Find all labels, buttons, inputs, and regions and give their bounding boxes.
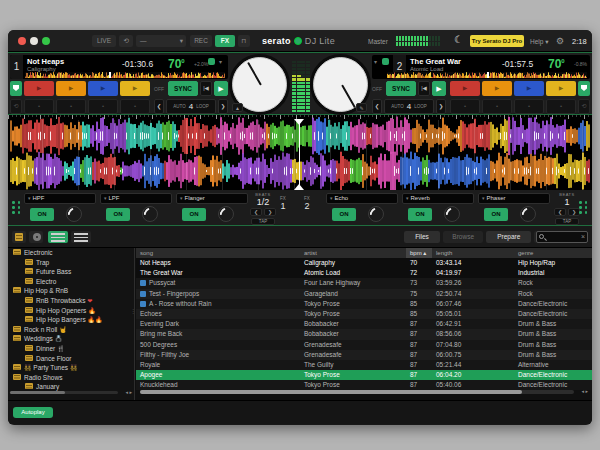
- fx2-effect-select-1[interactable]: ▾Echo: [326, 193, 398, 204]
- deck1-skip-to-start-button[interactable]: |◀: [200, 81, 212, 96]
- table-row[interactable]: KnuckleheadTokyo Prose8705:40.06Dance/El…: [136, 380, 592, 390]
- fx1-depth-knob-1[interactable]: [66, 206, 82, 222]
- table-row[interactable]: 500 DegreesGrenadesafe8707:04.80Drum & B…: [136, 340, 592, 350]
- deck2-hotcue-pad-2[interactable]: ▶: [482, 81, 512, 96]
- deck1-hotcue-pad-1[interactable]: ▶: [24, 81, 54, 96]
- deck2-options-caret[interactable]: ▾: [374, 58, 377, 65]
- window-zoom-button[interactable]: [42, 37, 50, 45]
- list-view-button[interactable]: [48, 231, 68, 243]
- deck1-keylock-badge[interactable]: [208, 58, 215, 65]
- crate-dinner-[interactable]: Dinner 🍴: [8, 344, 134, 354]
- deck2-empty-cue-slot-2[interactable]: •: [482, 99, 512, 114]
- try-serato-dj-pro-button[interactable]: Try Serato DJ Pro: [470, 35, 524, 47]
- fx-panel-button[interactable]: FX: [215, 35, 235, 47]
- fx1-effect-select-1[interactable]: ▾HPF: [24, 193, 96, 204]
- fx2-tap-button[interactable]: TAP: [555, 218, 579, 225]
- disc-view-icon[interactable]: [29, 231, 43, 243]
- help-menu[interactable]: Help ▾: [530, 38, 548, 46]
- fx2-on-button-1[interactable]: ON: [332, 208, 356, 221]
- crate-trap[interactable]: Trap: [8, 258, 134, 268]
- table-scroll-arrows[interactable]: ◂ ▸: [582, 388, 588, 394]
- deck2-play-button[interactable]: ▶: [432, 81, 446, 96]
- deck2-beatgrid-edit-button[interactable]: ✎: [356, 103, 367, 112]
- deck1-eject-button[interactable]: ▲: [232, 103, 243, 112]
- fx1-on-button-3[interactable]: ON: [182, 208, 206, 221]
- fx2-beats-down[interactable]: ❮: [554, 208, 566, 216]
- deck1-hotcue-pad-3[interactable]: ▶: [88, 81, 118, 96]
- deck2-hotcue-pad-3[interactable]: ▶: [514, 81, 544, 96]
- fx2-effect-select-3[interactable]: ▾Phaser: [478, 193, 550, 204]
- deck2-cue-pad[interactable]: [578, 81, 590, 96]
- deck1-cue-pad[interactable]: [10, 81, 22, 96]
- crate-electro[interactable]: Electro: [8, 277, 134, 287]
- deck1-empty-cue-slot-1[interactable]: •: [24, 99, 54, 114]
- deck1-empty-cue-slot-2[interactable]: •: [56, 99, 86, 114]
- table-row[interactable]: Filthy - Filthy JoeGrenadesafe8706:00.75…: [136, 350, 592, 360]
- table-row[interactable]: A - Rose without RainTokyo Prose8506:07.…: [136, 299, 592, 309]
- crate-electronic[interactable]: Electronic: [8, 248, 134, 258]
- window-minimize-button[interactable]: [30, 37, 38, 45]
- deck1-play-button[interactable]: ▶: [214, 81, 228, 96]
- fx1-on-button-2[interactable]: ON: [106, 208, 130, 221]
- panel-button-browse[interactable]: Browse: [443, 231, 483, 243]
- deck2-keylock-badge[interactable]: [382, 58, 389, 65]
- settings-gear-icon[interactable]: ⚙: [556, 36, 564, 46]
- panel-toggle-icon[interactable]: ⊓: [238, 35, 250, 47]
- deck2-loop-half-button[interactable]: ❮: [372, 99, 382, 114]
- window-close-button[interactable]: [18, 37, 26, 45]
- fx1-grip-icon[interactable]: [12, 201, 21, 214]
- column-header-artist[interactable]: artist: [300, 248, 406, 258]
- deck2-sync-button[interactable]: SYNC: [386, 81, 416, 96]
- column-header-genre[interactable]: genre: [514, 248, 592, 258]
- search-clear-icon[interactable]: ×: [581, 233, 585, 240]
- fx1-depth-knob-3[interactable]: [218, 206, 234, 222]
- deck2-loop-double-button[interactable]: ❯: [436, 99, 446, 114]
- crate-dance-floor[interactable]: Dance Floor: [8, 354, 134, 364]
- deck2-empty-cue-slot-4[interactable]: •: [546, 99, 576, 114]
- crate-hip-hop-openers-[interactable]: Hip Hop Openers 🔥: [8, 306, 134, 316]
- fx2-grip-icon[interactable]: [579, 201, 588, 214]
- panel-button-prepare[interactable]: Prepare: [486, 231, 531, 243]
- table-row[interactable]: EchoesTokyo Prose8505:05.01Dance/Electro…: [136, 309, 592, 319]
- table-row[interactable]: Test - FingerpopsGarageland7502:50.74Roc…: [136, 289, 592, 299]
- deck1-empty-cue-slot-4[interactable]: •: [120, 99, 150, 114]
- column-header-length[interactable]: length: [432, 248, 514, 258]
- deck1-loop-double-button[interactable]: ❯: [218, 99, 228, 114]
- rec-button[interactable]: REC: [190, 35, 212, 47]
- link-icon[interactable]: ⟲: [119, 35, 133, 47]
- table-row[interactable]: Evening DarkBobabacker8706:42.91Drum & B…: [136, 319, 592, 329]
- crate-weddings-[interactable]: Weddings 💍: [8, 334, 134, 344]
- device-dropdown[interactable]: — ▾: [136, 35, 186, 47]
- deck1-loop-half-button[interactable]: ❮: [154, 99, 164, 114]
- fx1-beats-up[interactable]: ❯: [264, 208, 276, 216]
- column-header-bpm[interactable]: bpm ▴: [406, 248, 432, 258]
- table-row[interactable]: Bring me BackBobabacker8708:56.06Drum & …: [136, 329, 592, 339]
- crate-hip-hop-bangers-[interactable]: Hip Hop Bangers 🔥🔥: [8, 315, 134, 325]
- table-row[interactable]: ApogeeTokyo Prose8706:04.20Dance/Electro…: [136, 370, 592, 380]
- deck2-skip-to-start-button[interactable]: |◀: [418, 81, 430, 96]
- night-mode-icon[interactable]: ☾: [454, 34, 463, 45]
- fx1-effect-select-2[interactable]: ▾LPF: [100, 193, 172, 204]
- deck1-hotcue-pad-4[interactable]: ▶: [120, 81, 150, 96]
- fx1-tap-button[interactable]: TAP: [251, 218, 275, 225]
- deck2-empty-cue-slot-1[interactable]: •: [450, 99, 480, 114]
- fx1-beats-down[interactable]: ❮: [250, 208, 262, 216]
- deck1-empty-cue-slot-3[interactable]: •: [88, 99, 118, 114]
- fx2-effect-select-2[interactable]: ▾Reverb: [402, 193, 474, 204]
- panel-button-files[interactable]: Files: [404, 231, 440, 243]
- fx2-on-button-2[interactable]: ON: [408, 208, 432, 221]
- crate-rnb-throwbacks-[interactable]: RnB Throwbacks ❤: [8, 296, 134, 306]
- table-hscrollbar[interactable]: [140, 390, 574, 394]
- column-header-song[interactable]: song: [136, 248, 300, 258]
- table-row[interactable]: RoyaleThe Guilty8705:21.44Alternative: [136, 360, 592, 370]
- fx1-on-button-1[interactable]: ON: [30, 208, 54, 221]
- deck2-track-overview[interactable]: [387, 72, 587, 78]
- deck1-hotcue-pad-2[interactable]: ▶: [56, 81, 86, 96]
- table-row[interactable]: The Great WarAtomic Load7204:19.97Indust…: [136, 268, 592, 278]
- deck2-cue-back-slot[interactable]: ⟲: [578, 99, 590, 114]
- sidebar-scroll-arrows[interactable]: ◂ ▸: [126, 389, 132, 395]
- sidebar-hscrollbar[interactable]: [10, 391, 118, 394]
- live-button[interactable]: LIVE: [92, 35, 116, 47]
- deck1-cue-back-slot[interactable]: ⟲: [10, 99, 22, 114]
- crate-future-bass[interactable]: Future Bass: [8, 267, 134, 277]
